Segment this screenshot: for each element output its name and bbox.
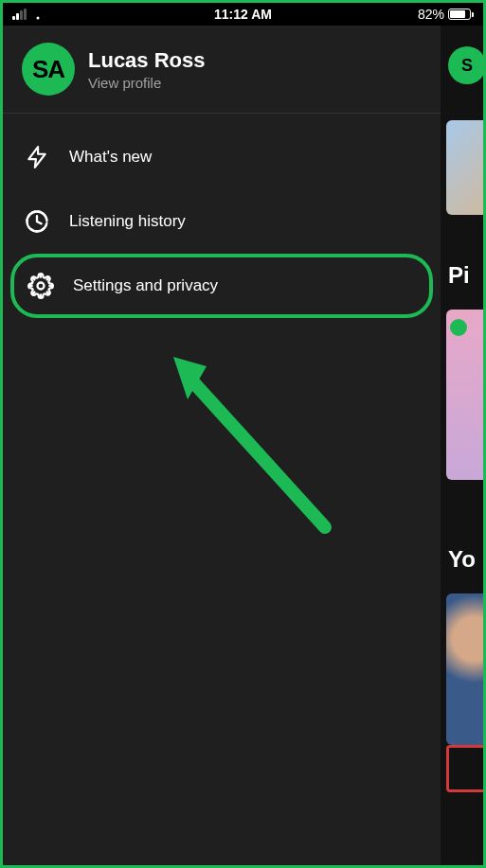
menu: What's new Listening history [3, 114, 441, 329]
menu-label: Listening history [69, 212, 186, 231]
profile-info: Lucas Ross View profile [88, 48, 206, 91]
status-right: 82% [418, 7, 474, 22]
clock-icon [24, 208, 50, 235]
profile-subtitle: View profile [88, 75, 206, 91]
menu-item-listening-history[interactable]: Listening history [3, 189, 441, 254]
peek-section-label: Yo [448, 546, 476, 573]
spotify-icon [450, 319, 467, 336]
lightning-icon [24, 144, 50, 170]
content-area: SA Lucas Ross View profile What's new [3, 26, 483, 865]
peek-card [446, 593, 483, 745]
menu-label: Settings and privacy [73, 276, 218, 295]
profile-section[interactable]: SA Lucas Ross View profile [3, 26, 441, 114]
battery-icon [448, 9, 474, 20]
menu-item-settings-privacy[interactable]: Settings and privacy [10, 254, 433, 318]
phone-frame: 11:12 AM 82% SA Lucas Ross View profile [3, 3, 483, 865]
peek-badge [446, 745, 483, 792]
peek-avatar: S [448, 46, 483, 84]
avatar: SA [22, 43, 75, 96]
peek-section-label: Pi [448, 262, 470, 289]
gear-icon [27, 273, 54, 299]
cellular-signal-icon [12, 9, 27, 20]
status-time: 11:12 AM [214, 7, 272, 22]
peek-card [446, 120, 483, 215]
battery-percent: 82% [418, 7, 444, 22]
profile-name: Lucas Ross [88, 48, 206, 73]
status-left [12, 9, 45, 20]
peek-card [446, 310, 483, 480]
sidebar-drawer: SA Lucas Ross View profile What's new [3, 26, 441, 865]
svg-point-1 [38, 283, 45, 290]
menu-item-whats-new[interactable]: What's new [3, 125, 441, 189]
menu-label: What's new [69, 148, 152, 167]
status-bar: 11:12 AM 82% [3, 3, 483, 26]
background-content-peek: S Pi Yo [441, 26, 483, 865]
